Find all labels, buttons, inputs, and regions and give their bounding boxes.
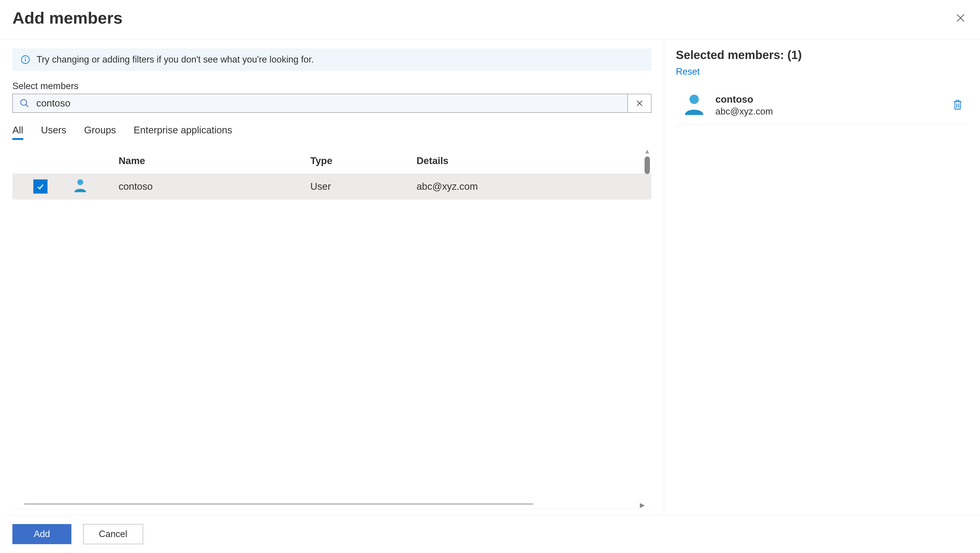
tab-all[interactable]: All <box>13 124 23 139</box>
selected-member-name: contoso <box>715 94 773 105</box>
column-details: Details <box>417 155 651 166</box>
svg-point-9 <box>77 179 83 185</box>
selected-member-sub: abc@xyz.com <box>715 106 773 117</box>
clear-icon <box>635 99 644 108</box>
column-type: Type <box>310 155 417 166</box>
row-type: User <box>310 181 417 192</box>
search-pane: Try changing or adding filters if you do… <box>0 40 664 515</box>
tab-groups[interactable]: Groups <box>84 124 116 139</box>
svg-line-6 <box>25 104 28 107</box>
search-input[interactable] <box>36 94 627 112</box>
info-icon <box>21 55 30 64</box>
close-icon <box>955 13 966 23</box>
results-hscrollbar[interactable]: ▶ <box>13 502 651 509</box>
user-avatar-icon <box>72 177 89 196</box>
cancel-button[interactable]: Cancel <box>83 524 143 544</box>
svg-point-5 <box>21 99 27 105</box>
user-avatar-icon <box>681 91 707 119</box>
hscroll-track <box>24 503 533 505</box>
check-icon <box>36 182 45 191</box>
panel-title: Add members <box>13 8 123 27</box>
remove-member-button[interactable] <box>949 96 966 115</box>
results-scrollbar[interactable]: ▲ <box>643 148 651 494</box>
search-label: Select members <box>13 81 651 91</box>
row-checkbox[interactable] <box>33 179 48 194</box>
column-name: Name <box>119 155 310 166</box>
info-message-bar: Try changing or adding filters if you do… <box>13 48 651 71</box>
clear-search-button[interactable] <box>627 94 651 112</box>
result-row[interactable]: contoso User abc@xyz.com <box>13 174 651 199</box>
selected-pane: Selected members: (1) Reset contoso abc@… <box>664 40 980 515</box>
tab-users[interactable]: Users <box>41 124 66 139</box>
add-button[interactable]: Add <box>13 524 72 544</box>
row-name: contoso <box>119 181 310 192</box>
filter-tabs: All Users Groups Enterprise applications <box>13 124 651 139</box>
tab-enterprise-applications[interactable]: Enterprise applications <box>134 124 232 139</box>
scroll-thumb[interactable] <box>644 156 650 174</box>
info-message-text: Try changing or adding filters if you do… <box>37 54 314 65</box>
panel-header: Add members <box>0 0 980 39</box>
row-details: abc@xyz.com <box>417 181 651 192</box>
svg-point-10 <box>689 95 699 104</box>
search-box[interactable] <box>13 94 651 113</box>
results-header-row: Name Type Details <box>13 148 651 174</box>
svg-point-4 <box>25 57 25 58</box>
selected-members-title: Selected members: (1) <box>676 48 968 62</box>
search-icon <box>13 94 36 112</box>
results-area: ▲ Name Type Details <box>13 148 651 509</box>
selected-member-item: contoso abc@xyz.com <box>676 86 968 125</box>
hscroll-right-icon: ▶ <box>640 501 645 509</box>
panel-footer: Add Cancel <box>0 515 980 553</box>
reset-link[interactable]: Reset <box>676 66 700 77</box>
close-button[interactable] <box>953 11 967 25</box>
trash-icon <box>952 99 963 111</box>
scroll-up-icon: ▲ <box>644 148 651 155</box>
